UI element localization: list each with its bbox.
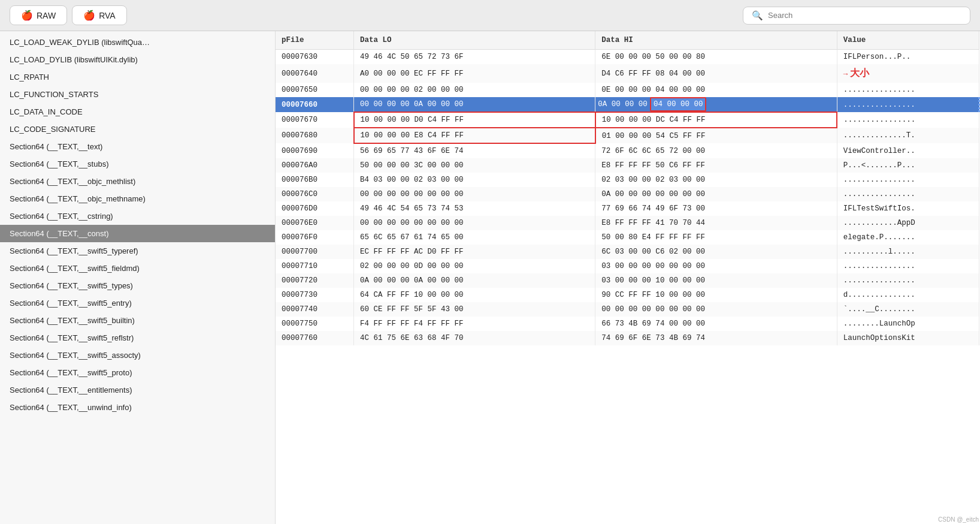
- sidebar-item-7[interactable]: Section64 (__TEXT,__stubs): [0, 155, 275, 173]
- cell-value: ..............T.: [837, 128, 979, 143]
- cell-value: IFLTestSwiftIos.: [837, 201, 979, 216]
- apple-rva-icon: 🍎: [83, 10, 95, 21]
- cell-pfile: 00007670: [276, 112, 354, 128]
- cell-data-hi: 00 00 00 00 00 00 00 00: [595, 302, 837, 317]
- search-box: 🔍: [743, 7, 970, 25]
- cell-pfile: 00007740: [276, 302, 354, 317]
- sidebar-item-2[interactable]: LC_RPATH: [0, 68, 275, 86]
- cell-data-lo: 49 46 4C 50 65 72 73 6F: [354, 50, 595, 65]
- tab-rva-label: RVA: [99, 11, 116, 20]
- cell-value: ............AppD: [837, 216, 979, 230]
- cell-data-hi: 03 00 00 00 10 00 00 00: [595, 273, 837, 288]
- col-header-pfile: pFile: [276, 31, 354, 50]
- cell-value: `....__C........: [837, 302, 979, 317]
- table-row: 0000766000 00 00 00 0A 00 00 000A 00 00 …: [276, 97, 979, 112]
- sidebar-item-13[interactable]: Section64 (__TEXT,__swift5_fieldmd): [0, 260, 275, 277]
- sidebar-item-19[interactable]: Section64 (__TEXT,__swift5_proto): [0, 364, 275, 381]
- cell-pfile: 00007640: [276, 64, 354, 83]
- sidebar-item-12[interactable]: Section64 (__TEXT,__swift5_typeref): [0, 242, 275, 260]
- table-body: 0000763049 46 4C 50 65 72 73 6F6E 00 00 …: [276, 50, 979, 346]
- cell-pfile: 000076C0: [276, 187, 354, 201]
- sidebar: LC_LOAD_WEAK_DYLIB (libswiftQua…LC_LOAD_…: [0, 31, 276, 524]
- sidebar-item-11[interactable]: Section64 (__TEXT,__const): [0, 225, 275, 242]
- cell-value: elegate.P.......: [837, 230, 979, 245]
- cell-data-lo: 4C 61 75 6E 63 68 4F 70: [354, 331, 595, 345]
- table-row: 000076F065 6C 65 67 61 74 65 0050 00 80 …: [276, 230, 979, 245]
- sidebar-item-9[interactable]: Section64 (__TEXT,__objc_methname): [0, 190, 275, 207]
- cell-data-hi: 72 6F 6C 6C 65 72 00 00: [595, 143, 837, 158]
- cell-data-hi: 6E 00 00 00 50 00 00 80: [595, 50, 837, 65]
- cell-pfile: 000076F0: [276, 230, 354, 245]
- cell-pfile: 00007730: [276, 288, 354, 302]
- cell-data-hi: 74 69 6F 6E 73 4B 69 74: [595, 331, 837, 345]
- cell-data-hi: D4 C6 FF FF 08 04 00 00: [595, 64, 837, 83]
- col-header-datalo: Data LO: [354, 31, 595, 50]
- cell-data-hi: 66 73 4B 69 74 00 00 00: [595, 317, 837, 331]
- cell-value: ................: [837, 83, 979, 97]
- cell-pfile: 00007690: [276, 143, 354, 158]
- cell-data-lo: 02 00 00 00 0D 00 00 00: [354, 259, 595, 273]
- cell-data-lo: 00 00 00 00 02 00 00 00: [354, 83, 595, 97]
- table-row: 0000768010 00 00 00 E8 C4 FF FF01 00 00 …: [276, 128, 979, 143]
- cell-data-hi: 03 00 00 00 00 00 00 00: [595, 259, 837, 273]
- cell-data-lo: B4 03 00 00 02 03 00 00: [354, 173, 595, 187]
- cell-data-hi: 50 00 80 E4 FF FF FF FF: [595, 230, 837, 245]
- sidebar-item-14[interactable]: Section64 (__TEXT,__swift5_types): [0, 277, 275, 294]
- cell-pfile: 00007750: [276, 317, 354, 331]
- sidebar-item-8[interactable]: Section64 (__TEXT,__objc_methlist): [0, 173, 275, 190]
- cell-value: IFLPerson...P..: [837, 50, 979, 65]
- table-row: 000076E000 00 00 00 00 00 00 00E8 FF FF …: [276, 216, 979, 230]
- cell-value: ................: [837, 112, 979, 128]
- cell-data-hi: E8 FF FF FF 41 70 70 44: [595, 216, 837, 230]
- cell-data-hi: 0A 00 00 00 00 00 00 00: [595, 187, 837, 201]
- table-row: 0000769056 69 65 77 43 6F 6E 7472 6F 6C …: [276, 143, 979, 158]
- sidebar-item-6[interactable]: Section64 (__TEXT,__text): [0, 138, 275, 155]
- sidebar-item-0[interactable]: LC_LOAD_WEAK_DYLIB (libswiftQua…: [0, 34, 275, 51]
- cell-pfile: 00007650: [276, 83, 354, 97]
- sidebar-item-3[interactable]: LC_FUNCTION_STARTS: [0, 86, 275, 103]
- sidebar-item-4[interactable]: LC_DATA_IN_CODE: [0, 103, 275, 121]
- cell-pfile: 00007630: [276, 50, 354, 65]
- cell-data-lo: 60 CE FF FF 5F 5F 43 00: [354, 302, 595, 317]
- table-row: 00007750F4 FF FF FF F4 FF FF FF66 73 4B …: [276, 317, 979, 331]
- cell-pfile: 00007660: [276, 97, 354, 112]
- hex-table: pFile Data LO Data HI Value 0000763049 4…: [276, 31, 980, 345]
- cell-data-lo: A0 00 00 00 EC FF FF FF: [354, 64, 595, 83]
- cell-value: ..........l.....: [837, 245, 979, 259]
- sidebar-item-5[interactable]: LC_CODE_SIGNATURE: [0, 121, 275, 138]
- cell-value: d...............: [837, 288, 979, 302]
- cell-data-hi: 6C 03 00 00 C6 02 00 00: [595, 245, 837, 259]
- tab-raw-button[interactable]: 🍎 RAW: [10, 5, 67, 25]
- table-row: 0000774060 CE FF FF 5F 5F 43 0000 00 00 …: [276, 302, 979, 317]
- cell-data-lo: 10 00 00 00 D0 C4 FF FF: [354, 112, 595, 128]
- cell-pfile: 00007720: [276, 273, 354, 288]
- sidebar-item-20[interactable]: Section64 (__TEXT,__entitlements): [0, 381, 275, 399]
- search-input[interactable]: [768, 11, 961, 20]
- table-row: 000076A050 00 00 00 3C 00 00 00E8 FF FF …: [276, 158, 979, 173]
- cell-data-lo: EC FF FF FF AC D0 FF FF: [354, 245, 595, 259]
- cell-value: LaunchOptionsKit: [837, 331, 979, 345]
- sidebar-item-16[interactable]: Section64 (__TEXT,__swift5_builtin): [0, 312, 275, 329]
- tab-rva-button[interactable]: 🍎 RVA: [72, 5, 127, 25]
- cell-data-lo: 00 00 00 00 00 00 00 00: [354, 216, 595, 230]
- cell-data-hi: 01 00 00 00 54 C5 FF FF: [595, 128, 837, 143]
- cell-value: ................: [837, 259, 979, 273]
- table-row: 0000765000 00 00 00 02 00 00 000E 00 00 …: [276, 83, 979, 97]
- col-header-datahi: Data HI: [595, 31, 837, 50]
- content-area: pFile Data LO Data HI Value 0000763049 4…: [276, 31, 980, 524]
- sidebar-item-15[interactable]: Section64 (__TEXT,__swift5_entry): [0, 294, 275, 312]
- tab-raw-label: RAW: [37, 11, 56, 20]
- table-row: 0000771002 00 00 00 0D 00 00 0003 00 00 …: [276, 259, 979, 273]
- main-layout: LC_LOAD_WEAK_DYLIB (libswiftQua…LC_LOAD_…: [0, 31, 980, 524]
- sidebar-item-18[interactable]: Section64 (__TEXT,__swift5_assocty): [0, 347, 275, 364]
- col-header-value: Value: [837, 31, 979, 50]
- cell-value: ViewController..: [837, 143, 979, 158]
- sidebar-item-10[interactable]: Section64 (__TEXT,__cstring): [0, 207, 275, 225]
- sidebar-item-17[interactable]: Section64 (__TEXT,__swift5_reflstr): [0, 329, 275, 347]
- cell-data-hi: 10 00 00 00 DC C4 FF FF: [595, 112, 837, 128]
- sidebar-item-21[interactable]: Section64 (__TEXT,__unwind_info): [0, 399, 275, 416]
- cell-data-lo: 65 6C 65 67 61 74 65 00: [354, 230, 595, 245]
- sidebar-item-1[interactable]: LC_LOAD_DYLIB (libswiftUIKit.dylib): [0, 51, 275, 68]
- table-row: 000076D049 46 4C 54 65 73 74 5377 69 66 …: [276, 201, 979, 216]
- cell-value: ................: [837, 173, 979, 187]
